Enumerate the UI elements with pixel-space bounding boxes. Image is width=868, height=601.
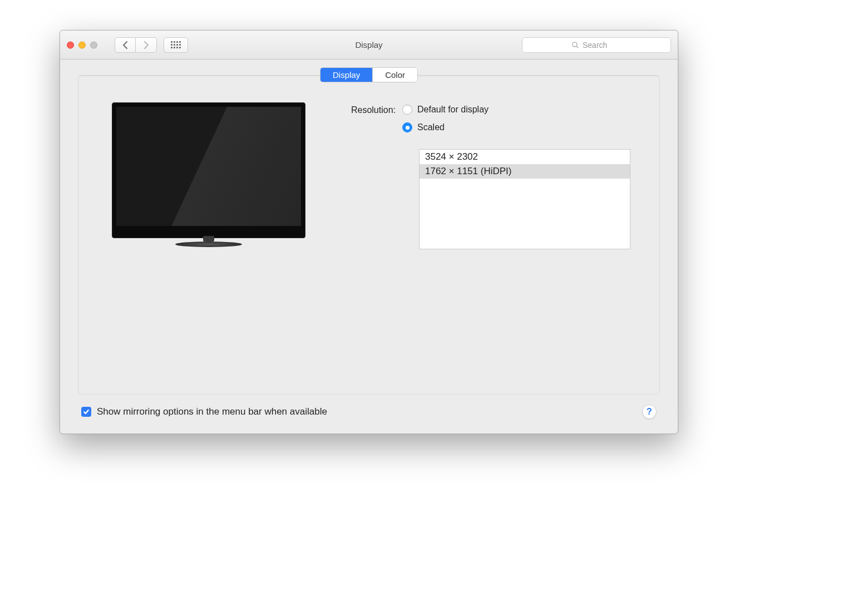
checkbox-label: Show mirroring options in the menu bar w… bbox=[97, 406, 327, 417]
nav-back-forward bbox=[115, 37, 157, 53]
display-prefs-window: Display Display Color bbox=[60, 30, 678, 434]
resolution-option[interactable]: 3524 × 2302 bbox=[420, 150, 630, 164]
radio-icon bbox=[402, 105, 412, 115]
grid-icon bbox=[171, 41, 181, 48]
back-button[interactable] bbox=[115, 37, 136, 53]
svg-point-0 bbox=[573, 42, 577, 46]
resolution-scaled-radio[interactable]: Scaled bbox=[402, 121, 630, 134]
monitor-icon bbox=[112, 102, 305, 238]
minimize-window-button[interactable] bbox=[78, 41, 86, 48]
svg-line-1 bbox=[576, 46, 578, 48]
help-button[interactable]: ? bbox=[642, 405, 657, 419]
help-icon: ? bbox=[647, 407, 652, 417]
resolution-label: Resolution: bbox=[331, 104, 402, 117]
tab-display[interactable]: Display bbox=[320, 68, 372, 82]
display-tab-body: Resolution: Default for display Scaled bbox=[78, 76, 659, 269]
radio-label: Default for display bbox=[417, 104, 489, 116]
prefs-pane: Display Color Resolution: bbox=[78, 75, 660, 395]
checkbox-checked-icon bbox=[81, 407, 91, 417]
scaled-resolutions-list[interactable]: 3524 × 2302 1762 × 1151 (HiDPI) bbox=[419, 149, 630, 249]
show-all-prefs-button[interactable] bbox=[164, 37, 188, 53]
resolution-settings: Resolution: Default for display Scaled bbox=[331, 102, 635, 249]
forward-button bbox=[136, 37, 157, 53]
resolution-default-radio[interactable]: Default for display bbox=[402, 104, 630, 116]
chevron-right-icon bbox=[144, 41, 149, 49]
radio-label: Scaled bbox=[417, 121, 445, 134]
chevron-left-icon bbox=[123, 41, 128, 49]
window-titlebar: Display bbox=[60, 31, 678, 60]
radio-icon bbox=[402, 122, 412, 132]
tab-color[interactable]: Color bbox=[372, 68, 417, 82]
content-area: Display Color Resolution: bbox=[60, 60, 678, 433]
close-window-button[interactable] bbox=[67, 41, 74, 48]
search-field[interactable] bbox=[522, 37, 671, 53]
search-icon bbox=[571, 41, 579, 49]
pane-footer: Show mirroring options in the menu bar w… bbox=[78, 395, 660, 423]
zoom-window-button bbox=[90, 41, 97, 48]
mirroring-checkbox[interactable]: Show mirroring options in the menu bar w… bbox=[81, 406, 327, 417]
monitor-preview bbox=[103, 102, 314, 249]
window-controls bbox=[67, 41, 97, 48]
search-input[interactable] bbox=[583, 41, 622, 50]
resolution-option[interactable]: 1762 × 1151 (HiDPI) bbox=[420, 164, 630, 179]
tabs: Display Color bbox=[320, 67, 418, 82]
